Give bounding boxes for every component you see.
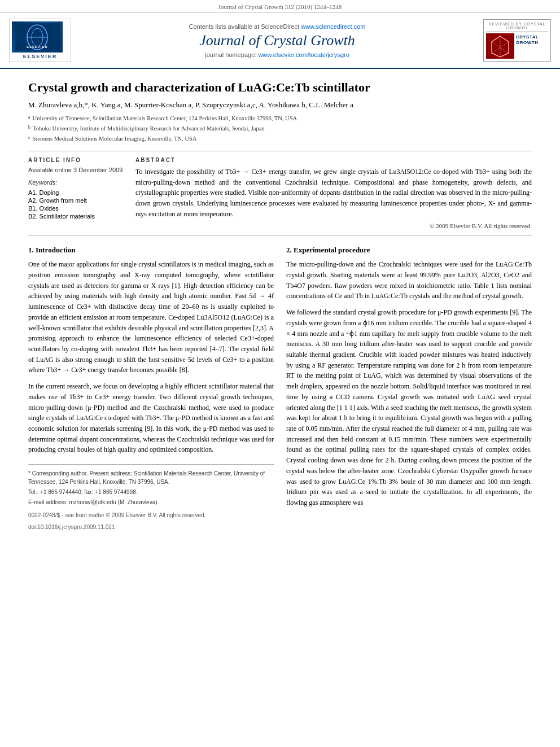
issn-line: 0022-0248/$ - see front matter © 2009 El… [28,512,274,518]
intro-heading: 1. Introduction [28,246,274,255]
experimental-paragraph-1: The micro-pulling-down and the Czochrals… [286,259,532,302]
top-bar: Journal of Crystal Growth 312 (2010) 124… [0,0,560,13]
keyword-b2: B2. Scintillator materials [28,213,124,220]
article-info-column: Article Info Available online 3 December… [28,157,124,229]
abstract-column: Abstract To investigate the possibility … [135,157,532,229]
footnote-email: E-mail address: mzhuravl@utk.edu (M. Zhu… [28,498,274,506]
article-info-label: Article Info [28,157,124,163]
keywords-label: Keywords: [28,179,124,186]
journal-center: Contents lists available at ScienceDirec… [77,23,478,58]
affil-a: a University of Tennessee, Scintillation… [28,114,532,123]
experimental-column: 2. Experimental procedure The micro-pull… [286,246,532,530]
crystal-logo-image [486,33,514,59]
authors: M. Zhuravleva a,b,*, K. Yang a, M. Spurr… [28,101,532,110]
crystal-logo-text: CRYSTALGROWTH [516,33,539,59]
affil-c: c Siemens Medical Solutions Molecular Im… [28,134,532,143]
keyword-a2: A2. Growth from melt [28,197,124,204]
journal-citation: Journal of Crystal Growth 312 (2010) 124… [218,3,342,10]
abstract-label: Abstract [135,157,532,163]
article-title: Crystal growth and characterization of L… [28,80,532,95]
available-online: Available online 3 December 2009 [28,167,124,173]
main-content: 1. Introduction One of the major applica… [28,246,532,530]
introduction-column: 1. Introduction One of the major applica… [28,246,274,530]
abstract-text: To investigate the possibility of Tb3+ →… [135,167,532,219]
sciencedirect-link[interactable]: www.sciencedirect.com [301,23,365,30]
page: Journal of Crystal Growth 312 (2010) 124… [0,0,560,747]
experimental-heading: 2. Experimental procedure [286,246,532,255]
footnote-corresponding-label: * Corresponding author. Present address:… [28,469,274,486]
copyright: © 2009 Elsevier B.V. All rights reserved… [135,222,532,229]
journal-header: ELSEVIER ELSEVIER Contents lists availab… [0,13,560,69]
elsevier-logo: ELSEVIER ELSEVIER [9,19,71,62]
elsevier-logo-image: ELSEVIER [12,21,63,53]
article-body: Crystal growth and characterization of L… [0,69,560,541]
keyword-a1: A1. Doping [28,189,124,196]
keywords-section: Keywords: A1. Doping A2. Growth from mel… [28,179,124,220]
separator-2 [28,235,532,235]
crystal-logo-top-text: reviewed by crystal growth [486,22,548,32]
elsevier-text: ELSEVIER [12,54,68,59]
doi-line: doi:10.1016/j.jcrysgro.2009.11.021 [28,524,274,530]
affiliations: a University of Tennessee, Scintillation… [28,114,532,143]
journal-homepage-link[interactable]: www.elsevier.com/locate/jcrysgro [258,51,349,58]
svg-text:ELSEVIER: ELSEVIER [27,45,48,49]
info-abstract-columns: Article Info Available online 3 December… [28,157,532,229]
separator [28,151,532,151]
crystal-growth-logo: reviewed by crystal growth CRYSTALGROWTH [483,19,551,62]
sciencedirect-notice: Contents lists available at ScienceDirec… [77,23,478,30]
experimental-paragraph-2: We followed the standard crystal growth … [286,307,532,508]
footnote-tel: Tel.: +1 865 9744440; fax: +1 865 974499… [28,488,274,496]
keyword-b1: B1. Oxides [28,205,124,212]
intro-paragraph-1: One of the major applications for single… [28,259,274,375]
footnotes: * Corresponding author. Present address:… [28,464,274,506]
affil-b: b Tohoku University, Institute of Multid… [28,124,532,133]
journal-homepage: journal homepage: www.elsevier.com/locat… [77,51,478,58]
journal-title: Journal of Crystal Growth [77,32,478,49]
intro-paragraph-2: In the current research, we focus on dev… [28,381,274,455]
